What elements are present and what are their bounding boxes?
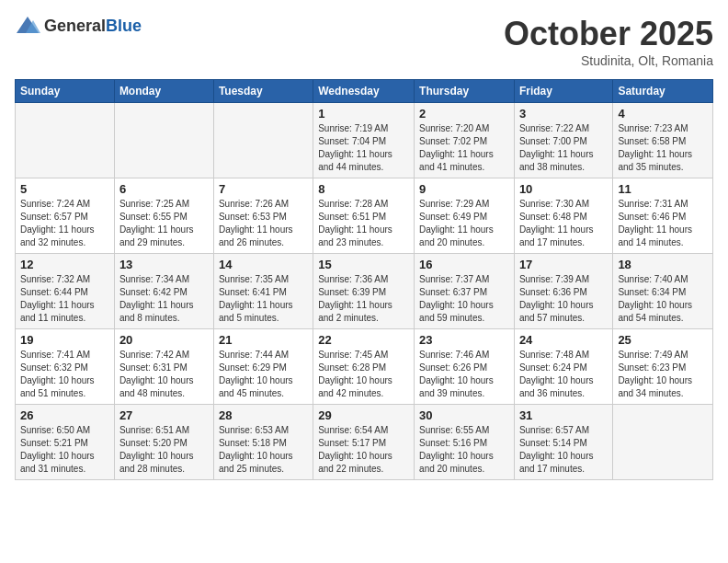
- day-number: 1: [318, 107, 409, 121]
- day-info: Sunrise: 7:30 AM Sunset: 6:48 PM Dayligh…: [519, 198, 608, 249]
- calendar-cell: 26Sunrise: 6:50 AM Sunset: 5:21 PM Dayli…: [16, 405, 115, 480]
- day-number: 28: [219, 408, 308, 422]
- calendar-cell: [613, 405, 713, 480]
- calendar-cell: 24Sunrise: 7:48 AM Sunset: 6:24 PM Dayli…: [514, 329, 612, 405]
- day-number: 9: [419, 182, 509, 196]
- day-number: 30: [419, 408, 509, 422]
- calendar-body: 1Sunrise: 7:19 AM Sunset: 7:04 PM Daylig…: [16, 103, 713, 480]
- calendar-cell: 2Sunrise: 7:20 AM Sunset: 7:02 PM Daylig…: [415, 103, 515, 178]
- day-info: Sunrise: 7:40 AM Sunset: 6:34 PM Dayligh…: [618, 273, 708, 325]
- day-number: 14: [219, 258, 308, 271]
- day-info: Sunrise: 7:39 AM Sunset: 6:36 PM Dayligh…: [519, 273, 608, 325]
- day-number: 23: [419, 333, 509, 347]
- day-info: Sunrise: 7:46 AM Sunset: 6:26 PM Dayligh…: [419, 349, 509, 400]
- logo-text: GeneralBlue: [44, 17, 142, 36]
- header-cell-saturday: Saturday: [613, 80, 713, 103]
- day-number: 20: [119, 333, 209, 347]
- calendar-cell: 25Sunrise: 7:49 AM Sunset: 6:23 PM Dayli…: [613, 329, 713, 405]
- calendar-table: SundayMondayTuesdayWednesdayThursdayFrid…: [15, 79, 713, 480]
- calendar-cell: 17Sunrise: 7:39 AM Sunset: 6:36 PM Dayli…: [514, 254, 612, 329]
- day-number: 22: [318, 333, 409, 347]
- week-row-5: 26Sunrise: 6:50 AM Sunset: 5:21 PM Dayli…: [16, 405, 713, 480]
- calendar-cell: 31Sunrise: 6:57 AM Sunset: 5:14 PM Dayli…: [514, 405, 612, 480]
- week-row-4: 19Sunrise: 7:41 AM Sunset: 6:32 PM Dayli…: [16, 329, 713, 405]
- day-info: Sunrise: 7:24 AM Sunset: 6:57 PM Dayligh…: [20, 198, 109, 249]
- header-row: SundayMondayTuesdayWednesdayThursdayFrid…: [16, 80, 713, 103]
- day-info: Sunrise: 7:28 AM Sunset: 6:51 PM Dayligh…: [318, 198, 409, 249]
- calendar-cell: 21Sunrise: 7:44 AM Sunset: 6:29 PM Dayli…: [213, 329, 313, 405]
- calendar-cell: 1Sunrise: 7:19 AM Sunset: 7:04 PM Daylig…: [313, 103, 415, 178]
- day-info: Sunrise: 7:23 AM Sunset: 6:58 PM Dayligh…: [618, 122, 708, 174]
- week-row-1: 1Sunrise: 7:19 AM Sunset: 7:04 PM Daylig…: [16, 103, 713, 178]
- day-number: 16: [419, 258, 509, 271]
- day-number: 7: [219, 182, 308, 196]
- calendar-cell: 19Sunrise: 7:41 AM Sunset: 6:32 PM Dayli…: [16, 329, 115, 405]
- logo-blue: Blue: [106, 17, 142, 35]
- day-number: 26: [20, 408, 109, 422]
- day-info: Sunrise: 7:36 AM Sunset: 6:39 PM Dayligh…: [318, 273, 409, 325]
- calendar-cell: 3Sunrise: 7:22 AM Sunset: 7:00 PM Daylig…: [514, 103, 612, 178]
- calendar-cell: [16, 103, 115, 178]
- day-number: 4: [618, 107, 708, 121]
- calendar-cell: 9Sunrise: 7:29 AM Sunset: 6:49 PM Daylig…: [415, 178, 515, 254]
- week-row-3: 12Sunrise: 7:32 AM Sunset: 6:44 PM Dayli…: [16, 254, 713, 329]
- header-cell-thursday: Thursday: [415, 80, 515, 103]
- day-info: Sunrise: 7:19 AM Sunset: 7:04 PM Dayligh…: [318, 122, 409, 174]
- header-cell-monday: Monday: [114, 80, 213, 103]
- calendar-cell: 5Sunrise: 7:24 AM Sunset: 6:57 PM Daylig…: [16, 178, 115, 254]
- calendar-cell: 20Sunrise: 7:42 AM Sunset: 6:31 PM Dayli…: [114, 329, 213, 405]
- calendar-cell: 7Sunrise: 7:26 AM Sunset: 6:53 PM Daylig…: [213, 178, 313, 254]
- calendar-cell: [114, 103, 213, 178]
- calendar-cell: 13Sunrise: 7:34 AM Sunset: 6:42 PM Dayli…: [114, 254, 213, 329]
- day-info: Sunrise: 7:29 AM Sunset: 6:49 PM Dayligh…: [419, 198, 509, 249]
- day-info: Sunrise: 7:41 AM Sunset: 6:32 PM Dayligh…: [20, 349, 109, 400]
- calendar-cell: 22Sunrise: 7:45 AM Sunset: 6:28 PM Dayli…: [313, 329, 415, 405]
- day-info: Sunrise: 7:44 AM Sunset: 6:29 PM Dayligh…: [219, 349, 308, 400]
- day-number: 2: [419, 107, 509, 121]
- calendar-cell: 23Sunrise: 7:46 AM Sunset: 6:26 PM Dayli…: [415, 329, 515, 405]
- day-info: Sunrise: 7:42 AM Sunset: 6:31 PM Dayligh…: [119, 349, 209, 400]
- day-info: Sunrise: 7:35 AM Sunset: 6:41 PM Dayligh…: [219, 273, 308, 325]
- header-cell-sunday: Sunday: [16, 80, 115, 103]
- day-number: 25: [618, 333, 708, 347]
- title-block: October 2025 Studinita, Olt, Romania: [504, 15, 713, 68]
- calendar-cell: 27Sunrise: 6:51 AM Sunset: 5:20 PM Dayli…: [114, 405, 213, 480]
- location-subtitle: Studinita, Olt, Romania: [504, 53, 713, 68]
- day-info: Sunrise: 6:55 AM Sunset: 5:16 PM Dayligh…: [419, 424, 509, 476]
- day-info: Sunrise: 7:32 AM Sunset: 6:44 PM Dayligh…: [20, 273, 109, 325]
- header-cell-friday: Friday: [514, 80, 612, 103]
- calendar-cell: 18Sunrise: 7:40 AM Sunset: 6:34 PM Dayli…: [613, 254, 713, 329]
- header-cell-tuesday: Tuesday: [213, 80, 313, 103]
- calendar-cell: 12Sunrise: 7:32 AM Sunset: 6:44 PM Dayli…: [16, 254, 115, 329]
- calendar-cell: 29Sunrise: 6:54 AM Sunset: 5:17 PM Dayli…: [313, 405, 415, 480]
- day-number: 18: [618, 258, 708, 271]
- day-info: Sunrise: 7:26 AM Sunset: 6:53 PM Dayligh…: [219, 198, 308, 249]
- logo-icon: [15, 15, 40, 37]
- day-number: 10: [519, 182, 608, 196]
- day-info: Sunrise: 7:48 AM Sunset: 6:24 PM Dayligh…: [519, 349, 608, 400]
- day-number: 24: [519, 333, 608, 347]
- day-info: Sunrise: 7:45 AM Sunset: 6:28 PM Dayligh…: [318, 349, 409, 400]
- day-number: 29: [318, 408, 409, 422]
- day-info: Sunrise: 6:54 AM Sunset: 5:17 PM Dayligh…: [318, 424, 409, 476]
- month-title: October 2025: [504, 15, 713, 53]
- calendar-cell: 16Sunrise: 7:37 AM Sunset: 6:37 PM Dayli…: [415, 254, 515, 329]
- day-number: 19: [20, 333, 109, 347]
- page-header: GeneralBlue October 2025 Studinita, Olt,…: [15, 15, 713, 68]
- day-info: Sunrise: 7:31 AM Sunset: 6:46 PM Dayligh…: [618, 198, 708, 249]
- calendar-cell: 6Sunrise: 7:25 AM Sunset: 6:55 PM Daylig…: [114, 178, 213, 254]
- day-number: 11: [618, 182, 708, 196]
- day-number: 3: [519, 107, 608, 121]
- calendar-cell: 11Sunrise: 7:31 AM Sunset: 6:46 PM Dayli…: [613, 178, 713, 254]
- day-number: 12: [20, 258, 109, 271]
- day-number: 5: [20, 182, 109, 196]
- day-info: Sunrise: 6:51 AM Sunset: 5:20 PM Dayligh…: [119, 424, 209, 476]
- calendar-header: SundayMondayTuesdayWednesdayThursdayFrid…: [16, 80, 713, 103]
- header-cell-wednesday: Wednesday: [313, 80, 415, 103]
- day-number: 15: [318, 258, 409, 271]
- day-info: Sunrise: 6:57 AM Sunset: 5:14 PM Dayligh…: [519, 424, 608, 476]
- calendar-cell: [213, 103, 313, 178]
- calendar-cell: 15Sunrise: 7:36 AM Sunset: 6:39 PM Dayli…: [313, 254, 415, 329]
- day-info: Sunrise: 7:49 AM Sunset: 6:23 PM Dayligh…: [618, 349, 708, 400]
- day-info: Sunrise: 7:25 AM Sunset: 6:55 PM Dayligh…: [119, 198, 209, 249]
